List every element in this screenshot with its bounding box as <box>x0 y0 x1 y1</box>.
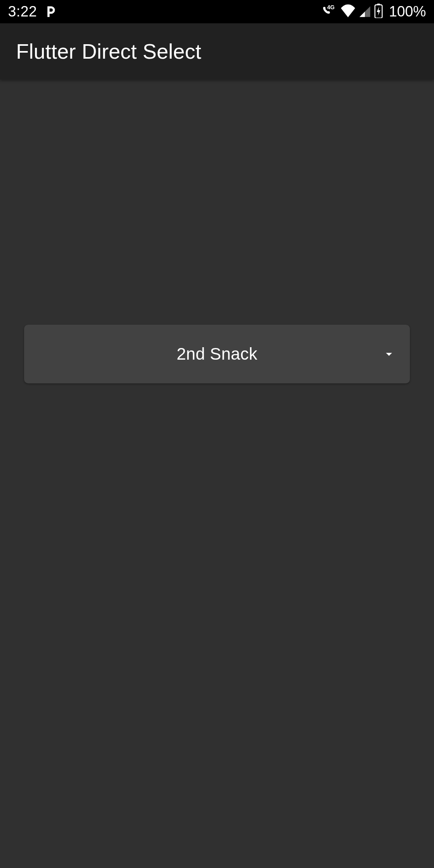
content-area: 2nd Snack <box>0 325 434 383</box>
phone-4g-icon: 4G <box>321 4 338 19</box>
chevron-down-icon <box>382 347 396 361</box>
app-bar: Flutter Direct Select <box>0 23 434 80</box>
p-icon <box>44 5 57 18</box>
status-bar: 3:22 4G <box>0 0 434 23</box>
svg-text:4G: 4G <box>327 4 335 10</box>
direct-select-control[interactable]: 2nd Snack <box>24 325 410 383</box>
select-value: 2nd Snack <box>176 344 257 364</box>
wifi-icon <box>340 4 356 19</box>
app-title: Flutter Direct Select <box>16 39 201 63</box>
battery-percentage: 100% <box>389 3 426 20</box>
status-bar-left: 3:22 <box>8 3 57 20</box>
status-bar-right: 4G 100% <box>321 3 426 20</box>
status-time: 3:22 <box>8 3 37 20</box>
cellular-signal-icon <box>358 5 371 18</box>
svg-rect-2 <box>377 4 380 5</box>
battery-charging-icon <box>374 4 383 20</box>
